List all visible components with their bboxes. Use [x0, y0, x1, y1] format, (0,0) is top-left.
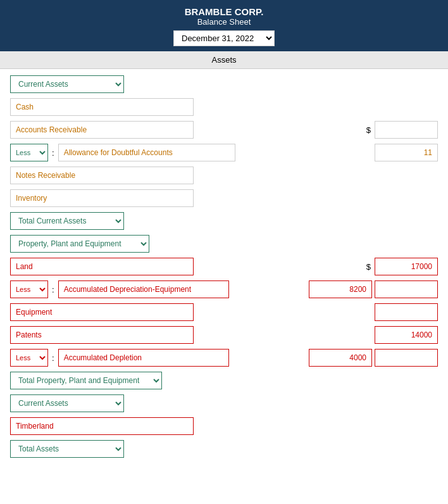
equipment-row [10, 303, 438, 321]
accounts-receivable-input[interactable] [10, 121, 194, 139]
current-assets-row-1: Current Assets [10, 75, 438, 93]
patents-amount-input[interactable] [375, 326, 438, 344]
date-select[interactable]: December 31, 2022 [173, 30, 275, 46]
header: BRAMBLE CORP. Balance Sheet December 31,… [0, 0, 448, 69]
less-select-2[interactable]: Less [10, 280, 48, 298]
colon-3: : [52, 353, 54, 363]
total-assets-select[interactable]: Total Assets [10, 440, 124, 458]
accum-depletion-input[interactable] [58, 349, 229, 367]
patents-input[interactable] [10, 326, 194, 344]
accum-dep-input[interactable] [58, 280, 229, 298]
ppe-row: Property, Plant and Equipment [10, 235, 438, 253]
allowance-amount-input[interactable] [375, 144, 438, 161]
land-amount-input[interactable] [375, 258, 438, 275]
timberland-row [10, 417, 438, 435]
allowance-row: Less : [10, 144, 438, 161]
accum-dep-amount-input[interactable] [309, 280, 372, 298]
total-ppe-row: Total Property, Plant and Equipment [10, 372, 438, 389]
cash-input[interactable] [10, 98, 194, 116]
total-ppe-select[interactable]: Total Property, Plant and Equipment [10, 372, 162, 389]
accum-depletion-row: Less : [10, 349, 438, 367]
assets-header: Assets [0, 51, 448, 69]
accounts-receivable-row: $ [10, 121, 438, 139]
company-name: BRAMBLE CORP. [0, 6, 448, 17]
accum-dep-row: Less : [10, 280, 438, 298]
notes-receivable-input[interactable] [10, 167, 194, 184]
report-title: Balance Sheet [0, 17, 448, 27]
inventory-row [10, 189, 438, 207]
dollar-sign-ar: $ [366, 125, 371, 135]
timberland-input[interactable] [10, 417, 194, 435]
current-assets-row-2: Current Assets [10, 394, 438, 412]
less-select-3[interactable]: Less [10, 349, 48, 367]
colon-1: : [52, 148, 54, 158]
accum-depletion-amount-input[interactable] [309, 349, 372, 367]
dollar-sign-land: $ [366, 262, 371, 272]
inventory-input[interactable] [10, 189, 194, 207]
allowance-input[interactable] [58, 144, 235, 161]
ppe-select[interactable]: Property, Plant and Equipment [10, 235, 149, 253]
current-assets-select-2[interactable]: Current Assets [10, 394, 124, 412]
notes-receivable-row [10, 167, 438, 184]
balance-sheet-content: Current Assets $ Less : Total Current As… [0, 69, 448, 469]
total-current-assets-row: Total Current Assets [10, 212, 438, 230]
equipment-input[interactable] [10, 303, 194, 321]
total-current-assets-select[interactable]: Total Current Assets [10, 212, 124, 230]
patents-row [10, 326, 438, 344]
colon-2: : [52, 285, 54, 294]
land-row: $ [10, 258, 438, 275]
accum-dep-net-input[interactable] [375, 280, 438, 298]
equipment-amount-input[interactable] [375, 303, 438, 321]
land-input[interactable] [10, 258, 194, 275]
cash-row [10, 98, 438, 116]
ar-amount-input[interactable] [375, 121, 438, 139]
accum-depletion-net-input[interactable] [375, 349, 438, 367]
less-select-1[interactable]: Less [10, 144, 48, 161]
total-assets-row: Total Assets [10, 440, 438, 458]
current-assets-select-1[interactable]: Current Assets [10, 75, 124, 93]
